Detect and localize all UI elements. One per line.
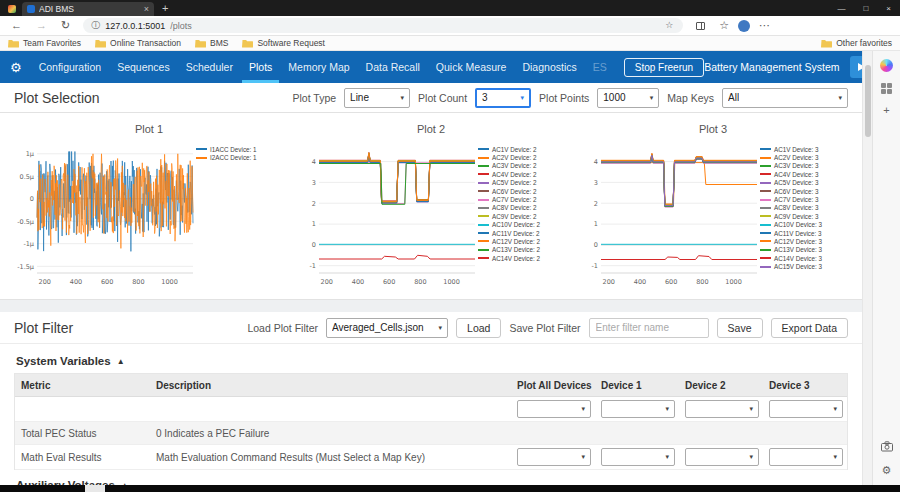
legend-item[interactable]: AC1V Device: 3 (760, 145, 848, 153)
legend-item[interactable]: AC8V Device: 2 (478, 204, 566, 212)
legend-item[interactable]: AC12V Device: 2 (478, 237, 566, 245)
device-select[interactable]: ▾ (517, 400, 591, 418)
legend-item[interactable]: AC10V Device: 3 (760, 221, 848, 229)
forward-button[interactable]: → (31, 20, 52, 31)
device-select[interactable]: ▾ (517, 448, 591, 466)
device-select[interactable]: ▾ (685, 400, 759, 418)
load-filter-select[interactable]: Averaged_Cells.json ▾ (326, 318, 448, 338)
new-tab-button[interactable]: + (162, 3, 168, 14)
legend-swatch (760, 215, 771, 217)
device-cell: ▾ (511, 397, 595, 421)
legend-swatch (478, 165, 489, 167)
legend-item[interactable]: AC14V Device: 2 (478, 254, 566, 262)
nav-item-sequences[interactable]: Sequences (110, 51, 177, 83)
bookmark-star-icon[interactable]: ☆ (663, 21, 675, 30)
favorite-bms[interactable]: BMS (195, 34, 228, 52)
save-button[interactable]: Save (717, 318, 763, 338)
legend-item[interactable]: AC9V Device: 2 (478, 212, 566, 220)
section-toggle-system-variables[interactable]: System Variables▲ (14, 346, 848, 373)
favorites-icon[interactable]: ☆ (714, 20, 734, 31)
back-button[interactable]: ← (6, 20, 27, 31)
page-scrollbar[interactable] (862, 51, 872, 492)
browser-menu-icon[interactable]: ⋯ (754, 20, 775, 31)
favorite-software-request[interactable]: Software Request (242, 34, 325, 52)
copilot-icon[interactable] (880, 59, 893, 72)
nav-item-es[interactable]: ES (586, 51, 614, 83)
load-button[interactable]: Load (456, 318, 501, 338)
legend-item[interactable]: AC5V Device: 2 (478, 179, 566, 187)
plot-points-select[interactable]: 1000▾ (597, 88, 659, 108)
legend-item[interactable]: AC1V Device: 2 (478, 145, 566, 153)
export-data-button[interactable]: Export Data (771, 318, 848, 338)
legend-item[interactable]: AC2V Device: 2 (478, 153, 566, 161)
legend-item[interactable]: AC2V Device: 3 (760, 153, 848, 161)
nav-item-quick-measure[interactable]: Quick Measure (429, 51, 514, 83)
favorite-label: BMS (210, 38, 228, 48)
legend-item[interactable]: AC3V Device: 2 (478, 162, 566, 170)
profile-avatar[interactable] (738, 20, 750, 32)
device-select[interactable]: ▾ (685, 448, 759, 466)
nav-item-diagnostics[interactable]: Diagnostics (515, 51, 583, 83)
legend-item[interactable]: AC6V Device: 2 (478, 187, 566, 195)
window-maximize-button[interactable]: □ (854, 4, 877, 13)
legend-item[interactable]: AC3V Device: 3 (760, 162, 848, 170)
legend-item[interactable]: I2ACC Device: 1 (196, 153, 284, 161)
plot-count-select[interactable]: 3▾ (475, 88, 531, 108)
window-minimize-button[interactable]: — (828, 4, 854, 13)
legend-item[interactable]: AC10V Device: 2 (478, 221, 566, 229)
legend-item[interactable]: I1ACC Device: 1 (196, 145, 284, 153)
stop-freerun-button[interactable]: Stop Freerun (624, 58, 704, 77)
device-cell: ▾ (511, 445, 595, 469)
column-header-device-2: Device 2 (679, 377, 763, 394)
sidebar-add-icon[interactable]: + (883, 105, 889, 116)
plot-type-select[interactable]: Line▾ (344, 88, 410, 108)
nav-item-plots[interactable]: Plots (242, 51, 279, 83)
legend-item[interactable]: AC15V Device: 3 (760, 262, 848, 269)
legend-item[interactable]: AC12V Device: 3 (760, 237, 848, 245)
browser-tab-adi-bms[interactable]: ADI BMS × (22, 2, 154, 16)
scrollbar-thumb[interactable] (865, 65, 871, 137)
legend-item[interactable]: AC13V Device: 2 (478, 246, 566, 254)
description-cell: 0 Indicates a PEC Failure (150, 425, 511, 442)
settings-gear-icon[interactable]: ⚙ (10, 60, 22, 75)
legend-item[interactable]: AC14V Device: 3 (760, 254, 848, 262)
sidebar-settings-icon[interactable]: ⚙ (882, 465, 892, 476)
favorite-online-transaction[interactable]: Online Transaction (95, 34, 181, 52)
favorite-team-favorites[interactable]: Team Favorites (8, 34, 81, 52)
legend-item[interactable]: AC7V Device: 2 (478, 195, 566, 203)
legend-item[interactable]: AC4V Device: 3 (760, 170, 848, 178)
screenshot-tool-icon[interactable] (881, 438, 893, 456)
device-select[interactable]: ▾ (769, 448, 843, 466)
legend-item[interactable]: AC7V Device: 3 (760, 195, 848, 203)
legend-item[interactable]: AC11V Device: 3 (760, 229, 848, 237)
legend-item[interactable]: AC6V Device: 3 (760, 187, 848, 195)
device-select[interactable]: ▾ (601, 448, 675, 466)
filter-name-input[interactable] (589, 318, 709, 338)
nav-item-data-recall[interactable]: Data Recall (359, 51, 427, 83)
split-screen-icon[interactable] (691, 22, 710, 30)
map-keys-select[interactable]: All▾ (722, 88, 848, 108)
legend-item[interactable]: AC11V Device: 2 (478, 229, 566, 237)
refresh-button[interactable]: ↻ (56, 20, 75, 31)
device-select[interactable]: ▾ (601, 400, 675, 418)
window-close-button[interactable]: × (877, 4, 900, 13)
nav-item-memory-map[interactable]: Memory Map (281, 51, 356, 83)
line-chart: 43210-12004006008001000 (290, 137, 478, 289)
address-bar[interactable]: ⓘ 127.0.0.1:5001 /plots ☆ (83, 18, 683, 33)
m365-apps-icon[interactable] (881, 83, 892, 94)
tab-close-icon[interactable]: × (144, 5, 149, 14)
nav-item-configuration[interactable]: Configuration (32, 51, 108, 83)
svg-text:-1: -1 (310, 262, 316, 270)
legend-item[interactable]: AC5V Device: 3 (760, 179, 848, 187)
other-favorites[interactable]: Other favorites (821, 34, 892, 52)
legend-swatch (478, 182, 489, 184)
device-select[interactable]: ▾ (769, 400, 843, 418)
legend-item[interactable]: AC9V Device: 3 (760, 212, 848, 220)
site-info-icon[interactable]: ⓘ (91, 19, 100, 32)
column-header-metric: Metric (15, 377, 150, 394)
nav-item-scheduler[interactable]: Scheduler (179, 51, 240, 83)
legend-item[interactable]: AC13V Device: 3 (760, 246, 848, 254)
legend-item[interactable]: AC8V Device: 3 (760, 204, 848, 212)
legend-item[interactable]: AC4V Device: 2 (478, 170, 566, 178)
run-play-button[interactable] (850, 56, 862, 78)
